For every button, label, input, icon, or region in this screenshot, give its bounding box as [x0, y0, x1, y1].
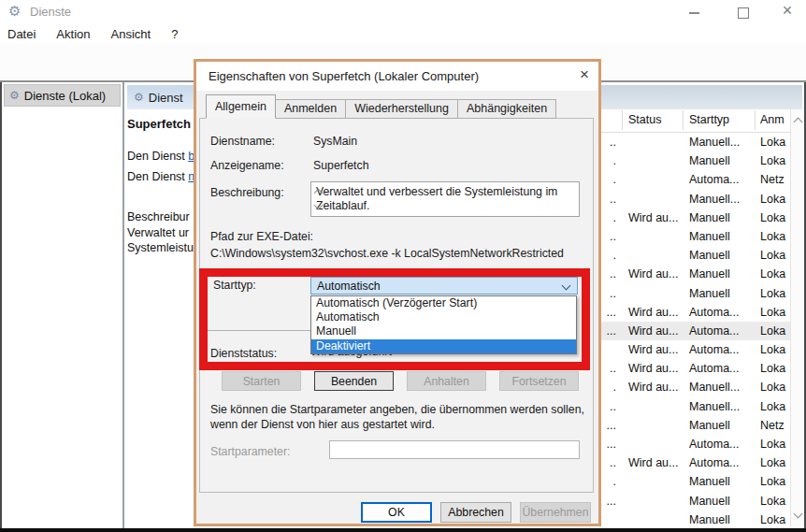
table-row[interactable]: .. Wird au... Automa... Loka [600, 453, 790, 472]
dialog-footer-button[interactable]: OK [361, 502, 432, 523]
selected-service-name: Superfetch [127, 117, 191, 131]
table-row[interactable]: ... Wird au... Automa... Loka [600, 303, 790, 322]
cell-starttyp: Manuell... [689, 381, 740, 394]
cell-anmelden: Loka [760, 343, 785, 356]
table-row[interactable]: . Wird au... Manuell Loka [600, 208, 790, 227]
cell-anmelden: Loka [760, 362, 785, 375]
services-list: Status Starttyp Anm .. Manuell... Loka .… [600, 109, 790, 526]
cell-description-fragment: .. [600, 400, 616, 413]
cell-description-fragment: ... [600, 324, 616, 338]
table-row[interactable]: Wird au... Automa... Loka [600, 340, 790, 359]
cell-starttyp: Manuell [689, 211, 730, 224]
table-row[interactable]: ... Wird au... Automa... Loka [600, 322, 790, 340]
dialog-tab[interactable]: Wiederherstellung [346, 99, 458, 119]
dropdown-option[interactable]: Automatisch (Verzögerter Start) [311, 296, 576, 310]
maximize-button[interactable] [729, 4, 757, 22]
service-name-value: SysMain [313, 135, 357, 148]
screen: ⚙ Dienste × DateiAktionAnsicht? ↻ ▶ ? ▶ … [0, 0, 806, 532]
table-row[interactable]: . Manuell Loka [600, 151, 790, 170]
dialog-footer-button[interactable]: Abbrechen [440, 502, 511, 523]
table-row[interactable]: .. Manuell... Loka [600, 397, 790, 416]
table-row[interactable]: Manuell Loka [600, 510, 790, 526]
dialog-footer-button[interactable]: Übernehmen [520, 502, 591, 523]
cell-description-fragment: ... [600, 495, 616, 508]
service-control-button[interactable]: Starten [222, 371, 301, 391]
table-row[interactable]: ... Automa... Loka [600, 435, 790, 453]
column-header-starttyp[interactable]: Starttyp [689, 113, 729, 126]
cell-anmelden: Loka [760, 287, 785, 300]
cell-starttyp: Automa... [689, 173, 740, 186]
services-header-icon: ⚙ [134, 91, 144, 104]
cell-description-fragment: . [600, 211, 616, 224]
dialog-tab[interactable]: Anmelden [276, 99, 346, 119]
table-row[interactable]: .. Manuell Loka [600, 227, 790, 246]
cell-description-fragment: .. [600, 136, 616, 149]
cell-status: Wird au... [628, 324, 679, 338]
cell-status: Wird au... [628, 362, 679, 375]
service-control-button[interactable]: Beenden [314, 371, 394, 391]
cell-status: Wird au... [628, 306, 679, 319]
table-row[interactable]: . Manuell Loka [600, 472, 790, 491]
description-textbox[interactable]: Verwaltet und verbessert die Systemleist… [310, 181, 580, 217]
cell-starttyp: Manuell [689, 513, 730, 526]
cell-anmelden: Loka [760, 475, 785, 488]
table-row[interactable]: ... Manuell Loka [600, 492, 790, 510]
column-header-status[interactable]: Status [628, 113, 661, 126]
cell-description-fragment: .. [600, 230, 616, 243]
console-tree-panel: ⚙ Dienste (Lokal) [2, 82, 124, 528]
table-row[interactable]: . Manuell Loka [600, 246, 790, 265]
startup-type-label: Starttyp: [213, 279, 256, 292]
dialog-tab[interactable]: Abhängigkeiten [458, 99, 556, 119]
table-row[interactable]: .. Wird au... Automa... Loka [600, 359, 790, 378]
table-row[interactable]: ... Manuell Netz [600, 416, 790, 435]
close-window-button[interactable]: × [773, 1, 801, 21]
cell-anmelden: Loka [760, 495, 785, 508]
cell-anmelden: Loka [760, 456, 785, 469]
extended-view-header-strip [598, 85, 802, 109]
cell-starttyp: Manuell [689, 249, 730, 262]
dialog-close-button[interactable]: × [580, 65, 589, 84]
cell-status: Wird au... [628, 456, 679, 469]
scroll-up-icon[interactable] [794, 118, 803, 127]
service-control-button[interactable]: Fortsetzen [499, 371, 579, 391]
dialog-footer-buttons: OKAbbrechenÜbernehmen [361, 502, 591, 523]
service-name-label: Dienstname: [210, 135, 275, 148]
scroll-down-icon[interactable] [794, 510, 803, 519]
service-control-button[interactable]: Anhalten [407, 371, 486, 391]
startparameter-hint-line1: Sie können die Startparameter angeben, d… [210, 402, 584, 417]
dropdown-option[interactable]: Deaktiviert [311, 339, 576, 353]
table-row[interactable]: .. Manuell... Loka [600, 133, 790, 151]
menu-item[interactable]: ? [171, 27, 178, 41]
window-border-left [0, 82, 2, 529]
table-row[interactable]: .. Manuell Loka [600, 284, 790, 303]
cell-anmelden: Loka [760, 513, 785, 526]
cell-description-fragment: . [600, 475, 616, 488]
table-row[interactable]: . Automa... Netz [600, 170, 790, 189]
table-row[interactable]: . Wird au... Manuell... Loka [600, 378, 790, 396]
maximize-icon [738, 7, 749, 19]
column-header-anmelden[interactable]: Anm [760, 113, 784, 126]
stop-service-link[interactable]: Den Dienst b [127, 150, 194, 163]
cell-starttyp: Automa... [689, 306, 740, 319]
exe-path-label: Pfad zur EXE-Datei: [210, 230, 313, 243]
dropdown-option[interactable]: Manuell [311, 324, 576, 338]
properties-dialog: Eigenschaften von Superfetch (Lokaler Co… [194, 59, 601, 526]
table-row[interactable]: .. Wird au... Manuell Loka [600, 265, 790, 283]
table-row[interactable]: .. Manuell... Loka [600, 190, 790, 208]
cell-anmelden: Netz [760, 419, 784, 432]
menu-item[interactable]: Aktion [56, 27, 90, 41]
restart-link-prefix: Den Dienst [127, 170, 188, 183]
start-parameters-input[interactable] [329, 440, 580, 459]
menu-item[interactable]: Ansicht [111, 27, 151, 41]
menu-item[interactable]: Datei [7, 27, 36, 41]
description-text-line: Verwaltet ur [127, 226, 189, 239]
minimize-button[interactable] [680, 4, 708, 20]
cell-anmelden: Loka [760, 438, 785, 451]
restart-service-link[interactable]: Den Dienst n [127, 170, 194, 183]
cell-description-fragment: . [600, 381, 616, 394]
startup-type-combobox[interactable]: Automatisch [310, 277, 578, 295]
dropdown-option[interactable]: Automatisch [311, 310, 576, 324]
tree-item-dienste-lokal[interactable]: ⚙ Dienste (Lokal) [4, 84, 121, 107]
vertical-scrollbar[interactable] [790, 109, 805, 526]
dialog-tab[interactable]: Allgemein [206, 94, 276, 119]
